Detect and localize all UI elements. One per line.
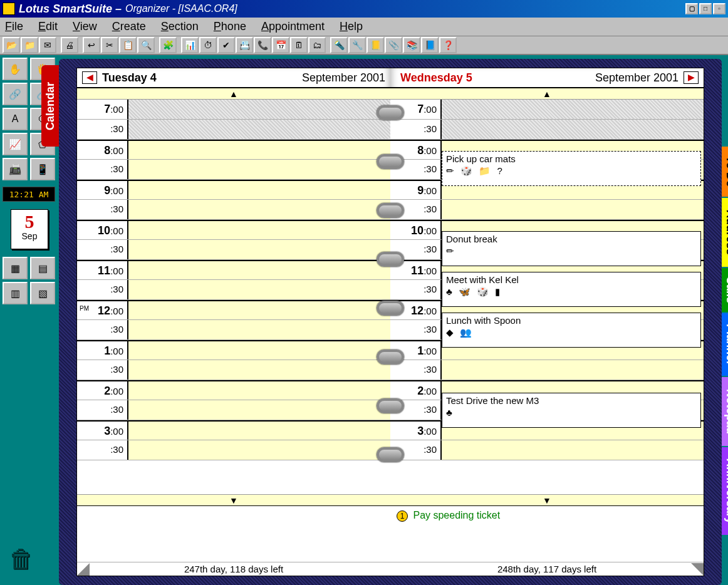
page-left-header: ◀ Tuesday 4 September 2001 xyxy=(77,68,390,88)
tb-mail-icon[interactable]: ✉ xyxy=(39,37,56,53)
tb-print-icon[interactable]: 🖨 xyxy=(61,37,78,53)
menu-section[interactable]: Section xyxy=(161,20,199,33)
tb-notepad-icon[interactable]: 📒 xyxy=(367,37,384,53)
tab-todo[interactable]: To Do xyxy=(722,147,728,197)
time-slot[interactable] xyxy=(127,100,390,119)
time-slot[interactable] xyxy=(127,320,390,339)
close-button[interactable]: ▫ xyxy=(713,3,725,14)
time-slot[interactable] xyxy=(440,120,704,139)
tb-check-icon[interactable]: ✔ xyxy=(217,37,235,53)
left-time-grid[interactable]: 7:00:308:00:309:00:3010:00:3011:00:3012:… xyxy=(77,100,390,494)
time-slot[interactable] xyxy=(440,100,704,119)
tb-book-icon[interactable]: 📘 xyxy=(421,37,439,53)
menu-view[interactable]: View xyxy=(73,20,97,33)
menu-file[interactable]: File xyxy=(5,20,23,33)
time-slot[interactable] xyxy=(440,200,704,219)
time-slot[interactable] xyxy=(440,360,704,380)
tb-calendar-icon[interactable]: 🗓 xyxy=(290,37,308,53)
text-tool-icon[interactable]: A xyxy=(3,108,28,130)
trash-icon[interactable]: 🗑 xyxy=(9,545,34,576)
tb-open-icon[interactable]: 📂 xyxy=(3,37,20,53)
time-slot[interactable] xyxy=(127,160,390,179)
link-down-icon[interactable]: 🔗 xyxy=(3,83,28,105)
tb-clock-icon[interactable]: ⏱ xyxy=(199,37,217,53)
tab-anniversary[interactable]: Anniversary xyxy=(722,447,728,535)
tb-help-icon[interactable]: ❓ xyxy=(439,37,457,53)
tb-books-icon[interactable]: 📚 xyxy=(403,37,420,53)
left-scroll-up[interactable]: ▲ xyxy=(77,88,390,100)
left-scroll-down[interactable]: ▼ xyxy=(77,494,390,505)
tb-phone-icon[interactable]: 📞 xyxy=(254,37,271,53)
page-turn-left-icon[interactable] xyxy=(77,563,90,576)
view1-icon[interactable]: ▦ xyxy=(3,257,28,279)
tb-flashlight-icon[interactable]: 🔦 xyxy=(330,37,348,53)
time-slot[interactable] xyxy=(127,422,390,440)
menu-appointment[interactable]: Appointment xyxy=(261,20,325,33)
tab-address[interactable]: Address xyxy=(722,198,728,267)
tb-card-icon[interactable]: 📇 xyxy=(236,37,253,53)
next-day-button[interactable]: ▶ xyxy=(684,71,699,84)
menu-edit[interactable]: Edit xyxy=(38,20,58,33)
hand-tool-icon[interactable]: ✋ xyxy=(3,58,28,80)
tab-planner[interactable]: Planner xyxy=(722,313,728,376)
tab-calendar[interactable]: Calendar xyxy=(41,65,59,147)
time-slot[interactable] xyxy=(127,240,390,259)
appointment[interactable]: Pick up car mats✏ 🎲 📁 ? xyxy=(442,151,701,186)
tb-copy-icon[interactable]: 📋 xyxy=(119,37,137,53)
time-slot[interactable] xyxy=(440,440,704,460)
right-scroll-down[interactable]: ▼ xyxy=(390,494,704,505)
tb-clip-icon[interactable]: 📎 xyxy=(385,37,402,53)
right-todo-strip[interactable]: 1 Pay speeding ticket xyxy=(390,505,704,562)
tb-module-icon[interactable]: 🧩 xyxy=(159,37,177,53)
tab-calls[interactable]: Calls xyxy=(722,268,728,312)
appointment[interactable]: Donut break✏ xyxy=(442,231,701,266)
menu-help[interactable]: Help xyxy=(340,20,363,33)
tb-wrench-icon[interactable]: 🔧 xyxy=(348,37,366,53)
time-slot[interactable] xyxy=(127,280,390,299)
time-slot[interactable] xyxy=(127,141,390,159)
time-slot[interactable] xyxy=(127,360,390,380)
prev-day-button[interactable]: ◀ xyxy=(82,71,97,84)
time-slot[interactable] xyxy=(127,120,390,139)
appointment[interactable]: Test Drive the new M3♣ xyxy=(442,393,701,428)
maximize-button[interactable]: □ xyxy=(699,3,712,14)
menu-phone[interactable]: Phone xyxy=(214,20,246,33)
date-card[interactable]: 5 Sep xyxy=(11,209,48,249)
appointment-icons: ◆ 👥 xyxy=(446,327,697,338)
tb-undo-icon[interactable]: ↩ xyxy=(83,37,100,53)
time-slot[interactable] xyxy=(127,341,390,360)
view2-icon[interactable]: ▤ xyxy=(30,257,55,279)
time-slot[interactable] xyxy=(127,301,390,319)
tb-tabs-icon[interactable]: 🗂 xyxy=(308,37,326,53)
tab-notepad[interactable]: Notepad xyxy=(722,377,728,446)
appointment[interactable]: Lunch with Spoon◆ 👥 xyxy=(442,313,701,348)
tb-chart-icon[interactable]: 📊 xyxy=(181,37,199,53)
appointment-icons: ♣ 🦋 🎲 ▮ xyxy=(446,286,697,298)
todo-text[interactable]: Pay speeding ticket xyxy=(413,510,500,520)
tb-planner-icon[interactable]: 📅 xyxy=(272,37,289,53)
left-todo-strip[interactable] xyxy=(77,505,390,562)
tb-folder-icon[interactable]: 📁 xyxy=(21,37,38,53)
right-scroll-up[interactable]: ▲ xyxy=(390,88,704,100)
time-label: :30 xyxy=(77,160,127,179)
time-slot[interactable] xyxy=(127,381,390,400)
view3-icon[interactable]: ▥ xyxy=(3,282,28,304)
time-slot[interactable] xyxy=(127,261,390,279)
right-time-grid[interactable]: 7:00:308:00:309:00:3010:00:3011:00:3012:… xyxy=(390,100,704,494)
time-slot[interactable] xyxy=(127,221,390,239)
fax-tool-icon[interactable]: 📠 xyxy=(3,158,28,180)
minimize-button[interactable]: ▢ xyxy=(685,3,698,14)
time-slot[interactable] xyxy=(127,200,390,219)
time-slot[interactable] xyxy=(127,181,390,199)
appointment[interactable]: Meet with Kel Kel♣ 🦋 🎲 ▮ xyxy=(442,272,701,307)
mobile-tool-icon[interactable]: 📱 xyxy=(30,158,55,180)
tb-cut-icon[interactable]: ✂ xyxy=(101,37,118,53)
time-slot[interactable] xyxy=(127,440,390,460)
view4-icon[interactable]: ▧ xyxy=(30,282,55,304)
menu-create[interactable]: Create xyxy=(112,20,146,33)
page-turn-right-icon[interactable] xyxy=(691,563,704,576)
appointment-title: Meet with Kel Kel xyxy=(446,274,697,285)
graph-tool-icon[interactable]: 📈 xyxy=(3,133,28,155)
time-slot[interactable] xyxy=(127,400,390,420)
tb-paste-icon[interactable]: 🔍 xyxy=(137,37,155,53)
